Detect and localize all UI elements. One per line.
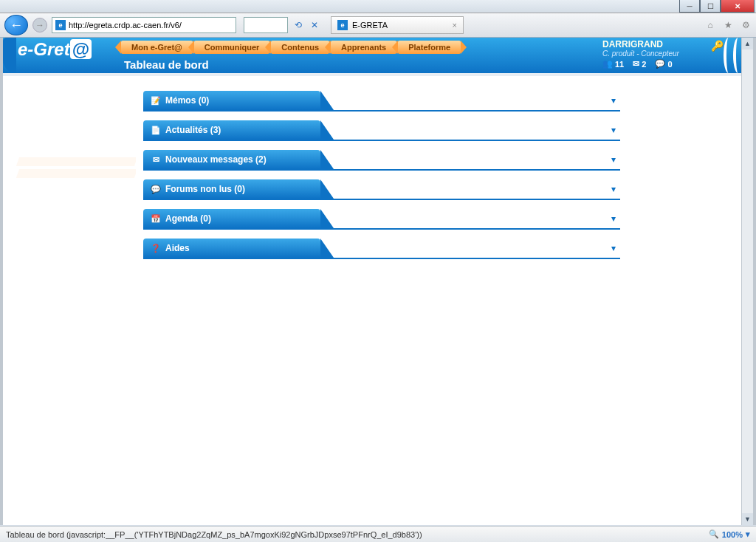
dashboard-content: 📝 Mémos (0) ▾ 📄 Actualités (3) ▾ xyxy=(3,76,753,283)
panel-aides: ❓ Aides ▾ xyxy=(143,239,620,259)
panel-label: Actualités (3) xyxy=(165,125,221,135)
zoom-dropdown-icon[interactable]: ▾ xyxy=(746,529,750,539)
panel-agenda: 📅 Agenda (0) ▾ xyxy=(143,209,620,230)
tab-favicon-icon: e xyxy=(337,20,348,30)
news-icon: 📄 xyxy=(151,125,161,135)
window-close-button[interactable]: ✕ xyxy=(721,0,755,13)
calendar-icon: 📅 xyxy=(151,213,161,224)
user-block: DARRIGRAND C. produit - Concepteur 👥11 ✉… xyxy=(602,39,735,69)
panel-label: Aides xyxy=(165,243,190,253)
chevron-down-icon[interactable]: ▾ xyxy=(611,213,620,224)
logo-at: @ xyxy=(70,39,92,59)
stat-chat[interactable]: 💬0 xyxy=(655,59,672,69)
chevron-down-icon[interactable]: ▾ xyxy=(611,95,620,106)
panel-label: Forums non lus (0) xyxy=(165,184,245,194)
stat-mail[interactable]: ✉2 xyxy=(633,59,646,69)
home-icon[interactable]: ⌂ xyxy=(704,19,716,31)
page-viewport: e-Gret@ Mon e-Gret@ Communiquer Contenus… xyxy=(0,38,756,525)
app-header: e-Gret@ Mon e-Gret@ Communiquer Contenus… xyxy=(3,38,753,76)
status-bar: Tableau de bord (javascript:__FP__('YTFh… xyxy=(0,526,756,542)
zoom-value: 100% xyxy=(722,530,743,539)
chat-icon: 💬 xyxy=(655,59,665,69)
panel-header-actualites[interactable]: 📄 Actualités (3) xyxy=(143,120,320,140)
status-text: Tableau de bord (javascript:__FP__('YTFh… xyxy=(6,530,422,539)
toolbar-icons: ⟲ ✕ xyxy=(292,19,320,31)
forum-icon: 💬 xyxy=(151,184,161,194)
refresh-icon[interactable]: ⟲ xyxy=(292,19,304,31)
page-title: Tableau de bord xyxy=(124,58,209,71)
logo-text: e-Gret xyxy=(18,39,70,59)
vertical-scrollbar[interactable]: ▲ ▼ xyxy=(741,38,753,525)
users-icon: 👥 xyxy=(602,59,613,69)
scroll-track[interactable] xyxy=(742,49,753,513)
window-titlebar: ─ ☐ ✕ xyxy=(0,0,756,13)
panel-header-messages[interactable]: ✉ Nouveaux messages (2) xyxy=(143,150,320,169)
browser-tab[interactable]: e E-GRETA × xyxy=(331,16,464,34)
url-text: http://egreta.crdp.ac-caen.fr/v6/ xyxy=(69,21,182,30)
chevron-down-icon[interactable]: ▾ xyxy=(611,243,620,253)
stat-users[interactable]: 👥11 xyxy=(602,59,624,69)
chevron-down-icon[interactable]: ▾ xyxy=(611,184,620,194)
help-icon: ❓ xyxy=(151,243,161,253)
panel-header-forums[interactable]: 💬 Forums non lus (0) xyxy=(143,179,320,199)
user-name: DARRIGRAND xyxy=(602,39,735,49)
window-maximize-button[interactable]: ☐ xyxy=(700,0,721,13)
nav-tab-communiquer[interactable]: Communiquer xyxy=(194,41,270,54)
panel-forums: 💬 Forums non lus (0) ▾ xyxy=(143,179,620,200)
panel-label: Nouveaux messages (2) xyxy=(165,154,267,165)
nav-tab-apprenants[interactable]: Apprenants xyxy=(331,41,396,54)
panel-header-aides[interactable]: ❓ Aides xyxy=(143,239,320,258)
favorites-icon[interactable]: ★ xyxy=(722,19,734,31)
zoom-control[interactable]: 🔍 100% ▾ xyxy=(709,529,750,539)
mail-icon: ✉ xyxy=(633,59,639,69)
nav-tab-mon-egreta[interactable]: Mon e-Gret@ xyxy=(121,41,193,54)
address-bar[interactable]: e http://egreta.crdp.ac-caen.fr/v6/ xyxy=(52,17,236,33)
favicon-icon: e xyxy=(55,20,66,30)
panel-header-memos[interactable]: 📝 Mémos (0) xyxy=(143,91,320,110)
header-decoration xyxy=(3,38,16,73)
chevron-down-icon[interactable]: ▾ xyxy=(611,154,620,165)
nav-forward-button[interactable]: → xyxy=(32,18,47,32)
main-nav: Mon e-Gret@ Communiquer Contenus Apprena… xyxy=(121,41,461,54)
panel-messages: ✉ Nouveaux messages (2) ▾ xyxy=(143,150,620,171)
search-box[interactable] xyxy=(244,17,288,33)
envelope-icon: ✉ xyxy=(151,154,161,165)
browser-toolbar: ← → e http://egreta.crdp.ac-caen.fr/v6/ … xyxy=(0,13,756,38)
nav-tab-contenus[interactable]: Contenus xyxy=(271,41,329,54)
tab-title: E-GRETA xyxy=(352,21,388,30)
app-logo[interactable]: e-Gret@ xyxy=(18,39,92,60)
panel-label: Agenda (0) xyxy=(165,213,211,224)
panel-label: Mémos (0) xyxy=(165,95,209,106)
panel-header-agenda[interactable]: 📅 Agenda (0) xyxy=(143,209,320,228)
memo-icon: 📝 xyxy=(151,95,161,106)
chevron-down-icon[interactable]: ▾ xyxy=(611,125,620,135)
zoom-icon: 🔍 xyxy=(709,529,719,539)
nav-tab-plateforme[interactable]: Plateforme xyxy=(398,41,461,54)
scroll-down-arrow[interactable]: ▼ xyxy=(742,513,753,525)
user-role: C. produit - Concepteur xyxy=(602,49,735,58)
stop-icon[interactable]: ✕ xyxy=(309,19,320,31)
window-minimize-button[interactable]: ─ xyxy=(679,0,700,13)
settings-gear-icon[interactable]: ⚙ xyxy=(740,19,752,31)
watermark xyxy=(3,76,136,283)
panel-memos: 📝 Mémos (0) ▾ xyxy=(143,91,620,112)
panel-actualites: 📄 Actualités (3) ▾ xyxy=(143,120,620,141)
nav-back-button[interactable]: ← xyxy=(4,15,28,35)
tab-close-icon[interactable]: × xyxy=(453,21,457,30)
scroll-up-arrow[interactable]: ▲ xyxy=(742,38,753,49)
